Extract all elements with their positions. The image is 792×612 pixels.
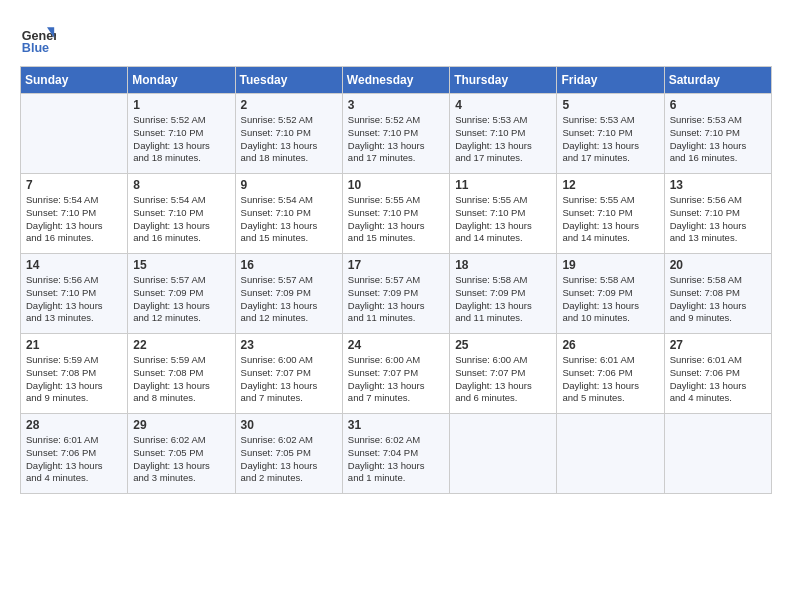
day-number: 30 (241, 418, 337, 432)
day-number: 26 (562, 338, 658, 352)
calendar-cell: 9Sunrise: 5:54 AM Sunset: 7:10 PM Daylig… (235, 174, 342, 254)
day-info: Sunrise: 6:02 AM Sunset: 7:04 PM Dayligh… (348, 434, 444, 485)
day-info: Sunrise: 6:02 AM Sunset: 7:05 PM Dayligh… (133, 434, 229, 485)
calendar-cell: 10Sunrise: 5:55 AM Sunset: 7:10 PM Dayli… (342, 174, 449, 254)
day-info: Sunrise: 5:52 AM Sunset: 7:10 PM Dayligh… (241, 114, 337, 165)
day-number: 15 (133, 258, 229, 272)
day-number: 25 (455, 338, 551, 352)
week-row-5: 28Sunrise: 6:01 AM Sunset: 7:06 PM Dayli… (21, 414, 772, 494)
day-number: 6 (670, 98, 766, 112)
calendar-cell: 18Sunrise: 5:58 AM Sunset: 7:09 PM Dayli… (450, 254, 557, 334)
day-info: Sunrise: 6:00 AM Sunset: 7:07 PM Dayligh… (348, 354, 444, 405)
day-number: 1 (133, 98, 229, 112)
calendar-cell: 16Sunrise: 5:57 AM Sunset: 7:09 PM Dayli… (235, 254, 342, 334)
day-info: Sunrise: 5:52 AM Sunset: 7:10 PM Dayligh… (348, 114, 444, 165)
calendar-cell: 27Sunrise: 6:01 AM Sunset: 7:06 PM Dayli… (664, 334, 771, 414)
day-info: Sunrise: 6:01 AM Sunset: 7:06 PM Dayligh… (26, 434, 122, 485)
calendar-cell: 1Sunrise: 5:52 AM Sunset: 7:10 PM Daylig… (128, 94, 235, 174)
calendar-cell: 24Sunrise: 6:00 AM Sunset: 7:07 PM Dayli… (342, 334, 449, 414)
day-number: 29 (133, 418, 229, 432)
day-info: Sunrise: 5:58 AM Sunset: 7:08 PM Dayligh… (670, 274, 766, 325)
day-info: Sunrise: 5:57 AM Sunset: 7:09 PM Dayligh… (241, 274, 337, 325)
day-number: 10 (348, 178, 444, 192)
day-info: Sunrise: 5:55 AM Sunset: 7:10 PM Dayligh… (455, 194, 551, 245)
day-number: 13 (670, 178, 766, 192)
col-header-saturday: Saturday (664, 67, 771, 94)
calendar-cell: 6Sunrise: 5:53 AM Sunset: 7:10 PM Daylig… (664, 94, 771, 174)
day-info: Sunrise: 5:54 AM Sunset: 7:10 PM Dayligh… (241, 194, 337, 245)
day-info: Sunrise: 5:58 AM Sunset: 7:09 PM Dayligh… (562, 274, 658, 325)
calendar-cell: 29Sunrise: 6:02 AM Sunset: 7:05 PM Dayli… (128, 414, 235, 494)
calendar-cell (450, 414, 557, 494)
col-header-sunday: Sunday (21, 67, 128, 94)
calendar-cell: 13Sunrise: 5:56 AM Sunset: 7:10 PM Dayli… (664, 174, 771, 254)
day-info: Sunrise: 5:52 AM Sunset: 7:10 PM Dayligh… (133, 114, 229, 165)
calendar-cell: 2Sunrise: 5:52 AM Sunset: 7:10 PM Daylig… (235, 94, 342, 174)
day-number: 2 (241, 98, 337, 112)
day-info: Sunrise: 5:55 AM Sunset: 7:10 PM Dayligh… (562, 194, 658, 245)
day-number: 5 (562, 98, 658, 112)
day-number: 19 (562, 258, 658, 272)
day-number: 21 (26, 338, 122, 352)
header-row: SundayMondayTuesdayWednesdayThursdayFrid… (21, 67, 772, 94)
calendar-cell: 31Sunrise: 6:02 AM Sunset: 7:04 PM Dayli… (342, 414, 449, 494)
calendar-cell: 14Sunrise: 5:56 AM Sunset: 7:10 PM Dayli… (21, 254, 128, 334)
col-header-friday: Friday (557, 67, 664, 94)
day-info: Sunrise: 5:53 AM Sunset: 7:10 PM Dayligh… (562, 114, 658, 165)
day-number: 27 (670, 338, 766, 352)
day-number: 16 (241, 258, 337, 272)
calendar-cell: 21Sunrise: 5:59 AM Sunset: 7:08 PM Dayli… (21, 334, 128, 414)
calendar-cell: 8Sunrise: 5:54 AM Sunset: 7:10 PM Daylig… (128, 174, 235, 254)
calendar-cell: 19Sunrise: 5:58 AM Sunset: 7:09 PM Dayli… (557, 254, 664, 334)
page-header: General Blue (20, 20, 772, 56)
day-info: Sunrise: 6:01 AM Sunset: 7:06 PM Dayligh… (670, 354, 766, 405)
calendar-cell: 28Sunrise: 6:01 AM Sunset: 7:06 PM Dayli… (21, 414, 128, 494)
calendar-cell: 20Sunrise: 5:58 AM Sunset: 7:08 PM Dayli… (664, 254, 771, 334)
day-info: Sunrise: 6:00 AM Sunset: 7:07 PM Dayligh… (241, 354, 337, 405)
calendar-cell (21, 94, 128, 174)
day-number: 11 (455, 178, 551, 192)
calendar-cell: 22Sunrise: 5:59 AM Sunset: 7:08 PM Dayli… (128, 334, 235, 414)
day-info: Sunrise: 6:02 AM Sunset: 7:05 PM Dayligh… (241, 434, 337, 485)
day-info: Sunrise: 5:54 AM Sunset: 7:10 PM Dayligh… (133, 194, 229, 245)
day-number: 28 (26, 418, 122, 432)
day-info: Sunrise: 5:56 AM Sunset: 7:10 PM Dayligh… (26, 274, 122, 325)
day-number: 14 (26, 258, 122, 272)
day-number: 24 (348, 338, 444, 352)
calendar-cell: 7Sunrise: 5:54 AM Sunset: 7:10 PM Daylig… (21, 174, 128, 254)
day-info: Sunrise: 5:55 AM Sunset: 7:10 PM Dayligh… (348, 194, 444, 245)
day-info: Sunrise: 5:57 AM Sunset: 7:09 PM Dayligh… (133, 274, 229, 325)
day-number: 20 (670, 258, 766, 272)
day-number: 31 (348, 418, 444, 432)
day-number: 12 (562, 178, 658, 192)
calendar-cell (557, 414, 664, 494)
week-row-3: 14Sunrise: 5:56 AM Sunset: 7:10 PM Dayli… (21, 254, 772, 334)
day-number: 9 (241, 178, 337, 192)
calendar-cell: 15Sunrise: 5:57 AM Sunset: 7:09 PM Dayli… (128, 254, 235, 334)
day-info: Sunrise: 5:59 AM Sunset: 7:08 PM Dayligh… (26, 354, 122, 405)
col-header-tuesday: Tuesday (235, 67, 342, 94)
calendar-cell: 11Sunrise: 5:55 AM Sunset: 7:10 PM Dayli… (450, 174, 557, 254)
day-number: 17 (348, 258, 444, 272)
calendar-cell: 3Sunrise: 5:52 AM Sunset: 7:10 PM Daylig… (342, 94, 449, 174)
week-row-1: 1Sunrise: 5:52 AM Sunset: 7:10 PM Daylig… (21, 94, 772, 174)
day-info: Sunrise: 5:58 AM Sunset: 7:09 PM Dayligh… (455, 274, 551, 325)
day-number: 22 (133, 338, 229, 352)
calendar-cell: 17Sunrise: 5:57 AM Sunset: 7:09 PM Dayli… (342, 254, 449, 334)
calendar-cell: 23Sunrise: 6:00 AM Sunset: 7:07 PM Dayli… (235, 334, 342, 414)
col-header-thursday: Thursday (450, 67, 557, 94)
calendar-cell: 5Sunrise: 5:53 AM Sunset: 7:10 PM Daylig… (557, 94, 664, 174)
logo: General Blue (20, 20, 60, 56)
calendar-cell (664, 414, 771, 494)
day-number: 3 (348, 98, 444, 112)
day-info: Sunrise: 5:57 AM Sunset: 7:09 PM Dayligh… (348, 274, 444, 325)
calendar-cell: 25Sunrise: 6:00 AM Sunset: 7:07 PM Dayli… (450, 334, 557, 414)
calendar-table: SundayMondayTuesdayWednesdayThursdayFrid… (20, 66, 772, 494)
col-header-monday: Monday (128, 67, 235, 94)
day-info: Sunrise: 6:01 AM Sunset: 7:06 PM Dayligh… (562, 354, 658, 405)
day-info: Sunrise: 5:54 AM Sunset: 7:10 PM Dayligh… (26, 194, 122, 245)
svg-text:Blue: Blue (22, 41, 49, 55)
day-info: Sunrise: 6:00 AM Sunset: 7:07 PM Dayligh… (455, 354, 551, 405)
day-number: 8 (133, 178, 229, 192)
day-number: 4 (455, 98, 551, 112)
